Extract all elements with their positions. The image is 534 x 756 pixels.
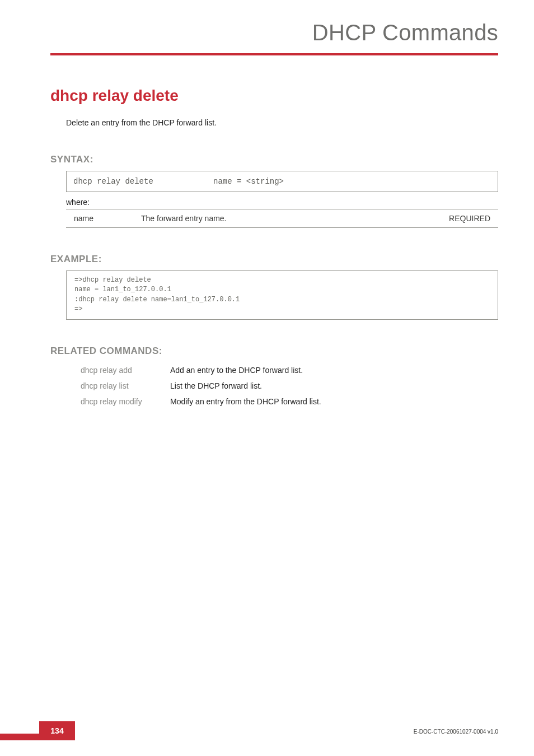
param-required: REQUIRED	[429, 214, 496, 223]
param-table: name The forward entry name. REQUIRED	[66, 209, 498, 228]
document-id: E-DOC-CTC-20061027-0004 v1.0	[414, 729, 498, 735]
related-command-desc: Modify an entry from the DHCP forward li…	[170, 397, 498, 406]
example-heading: EXAMPLE:	[50, 254, 498, 265]
related-row: dhcp relay modify Modify an entry from t…	[81, 394, 498, 409]
example-code: =>dhcp relay delete name = lan1_to_127.0…	[66, 270, 498, 320]
page-footer: 134 E-DOC-CTC-20061027-0004 v1.0	[0, 720, 534, 740]
page-number: 134	[39, 721, 75, 740]
example-section: EXAMPLE: =>dhcp relay delete name = lan1…	[50, 254, 498, 320]
command-title: dhcp relay delete	[50, 87, 498, 105]
syntax-box: dhcp relay delete name = <string>	[66, 171, 498, 192]
related-section: RELATED COMMANDS: dhcp relay add Add an …	[50, 346, 498, 409]
param-row: name The forward entry name. REQUIRED	[66, 209, 498, 227]
page-body: DHCP Commands dhcp relay delete Delete a…	[0, 0, 534, 409]
param-name: name	[68, 214, 141, 223]
command-description: Delete an entry from the DHCP forward li…	[66, 118, 498, 127]
related-command-link[interactable]: dhcp relay add	[81, 366, 170, 375]
where-label: where:	[66, 198, 498, 207]
related-heading: RELATED COMMANDS:	[50, 346, 498, 357]
param-desc: The forward entry name.	[141, 214, 429, 223]
related-row: dhcp relay list List the DHCP forward li…	[81, 378, 498, 394]
related-command-link[interactable]: dhcp relay list	[81, 381, 170, 390]
syntax-heading: SYNTAX:	[50, 154, 498, 165]
header-rule	[50, 53, 498, 55]
page-header-title: DHCP Commands	[50, 20, 498, 53]
footer-accent-stub	[0, 734, 39, 740]
syntax-command: dhcp relay delete	[73, 177, 213, 186]
related-command-desc: List the DHCP forward list.	[170, 381, 498, 390]
related-row: dhcp relay add Add an entry to the DHCP …	[81, 362, 498, 378]
related-command-link[interactable]: dhcp relay modify	[81, 397, 170, 406]
related-list: dhcp relay add Add an entry to the DHCP …	[81, 362, 498, 409]
related-command-desc: Add an entry to the DHCP forward list.	[170, 366, 498, 375]
syntax-args: name = <string>	[213, 177, 284, 186]
